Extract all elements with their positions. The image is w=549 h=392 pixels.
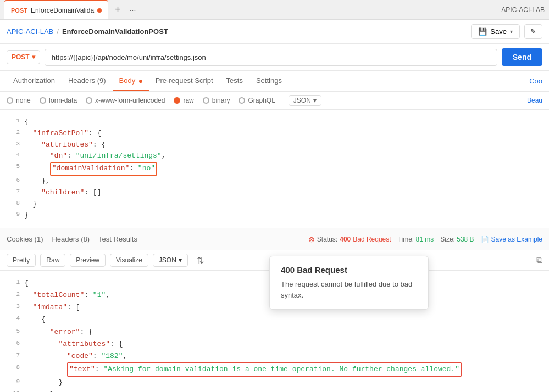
send-button[interactable]: Send [502,48,542,66]
tab-tests-label: Tests [226,76,243,85]
body-type-formdata-label: form-data [49,97,77,104]
method-label: POST [12,53,30,61]
radio-graphql [239,97,245,104]
resp-line-7: 7 "code": "182", [7,350,542,362]
tooltip-overlay: 400 Bad Request The request cannot be fu… [269,256,429,310]
tab-body[interactable]: Body [113,71,149,91]
code-line-7: 7 "children": [] [7,187,542,199]
edit-button[interactable]: ✎ [524,24,542,39]
save-label: Save [490,27,507,36]
body-type-raw-label: raw [183,97,193,104]
resp-line-9: 9 } [7,377,542,389]
resp-tab-cookies[interactable]: Cookies (1) [7,233,43,245]
body-type-binary[interactable]: binary [203,97,230,104]
save-button[interactable]: 💾 Save ▾ [471,24,520,39]
url-bar: POST ▾ Send [0,44,549,71]
time-info: Time: 81 ms [398,236,434,243]
tab-method-label: POST [11,7,27,14]
send-label: Send [513,53,531,61]
save-icon: 💾 [478,27,487,36]
pretty-btn[interactable]: Pretty [7,254,36,267]
tab-name: EnforceDomainValida [31,7,94,14]
body-type-urlencoded[interactable]: x-www-form-urlencoded [86,97,165,104]
code-line-5: 5 "domainValidation": "no" [7,162,542,176]
tab-tests[interactable]: Tests [220,71,249,91]
body-type-none-label: none [16,97,31,104]
method-dropdown[interactable]: POST ▾ [7,50,40,64]
radio-formdata [40,97,46,104]
resp-tab-headers[interactable]: Headers (8) [52,233,90,245]
radio-raw [174,97,180,104]
body-type-none[interactable]: none [7,97,31,104]
resp-line-4: 4 { [7,313,542,326]
response-tab-bar: Cookies (1) Headers (8) Test Results ⊗ S… [0,228,549,250]
request-body-editor[interactable]: 1 { 2 "infraSetPol": { 3 "attributes": {… [0,110,549,228]
radio-none [7,97,13,104]
radio-binary [203,97,209,104]
tab-headers-label: Headers (9) [68,76,106,85]
error-icon: ⊗ [308,235,315,244]
tab-settings-label: Settings [256,76,282,85]
tab-authorization[interactable]: Authorization [7,71,62,91]
filter-icon[interactable]: ⇅ [197,255,204,266]
code-line-1: 1 { [7,116,542,128]
radio-urlencoded [86,97,92,104]
size-value: 538 B [457,236,474,243]
preview-btn[interactable]: Preview [70,254,106,267]
visualize-btn[interactable]: Visualize [110,254,148,267]
active-tab[interactable]: POST EnforceDomainValida [4,0,108,19]
status-label: Status: [317,236,337,243]
body-type-urlencoded-label: x-www-form-urlencoded [95,97,165,104]
size-info: Size: 538 B [440,236,474,243]
plus-icon: + [115,4,121,15]
chevron-down-icon: ▾ [510,29,513,35]
tab-bar: POST EnforceDomainValida + ··· APIC-ACI-… [0,0,549,20]
beautify-label: Beau [527,97,542,104]
save-example-label: Save as Example [491,236,542,243]
tab-settings[interactable]: Settings [249,71,289,91]
error-text-highlight: "text": "Asking for domain validation is… [67,362,462,377]
response-json-dropdown[interactable]: JSON ▾ [153,254,188,267]
body-type-graphql[interactable]: GraphQL [239,97,275,104]
tab-body-label: Body [119,76,136,85]
resp-tab-test-results[interactable]: Test Results [98,233,137,245]
code-line-9: 9 } [7,210,542,221]
resp-line-6: 6 "attributes": { [7,338,542,350]
body-type-raw[interactable]: raw [174,97,193,104]
more-tabs-button[interactable]: ··· [127,5,138,14]
tab-unsaved-dot [97,8,102,13]
url-input[interactable] [45,49,497,66]
breadcrumb-separator: / [57,27,59,36]
status-code: 400 [340,236,351,243]
raw-btn[interactable]: Raw [40,254,65,267]
code-line-6: 6 }, [7,176,542,187]
copy-button[interactable]: ⧉ [536,255,542,265]
body-type-formdata[interactable]: form-data [40,97,77,104]
breadcrumb-workspace[interactable]: APIC-ACI-LAB [7,27,53,36]
response-status-area: ⊗ Status: 400 Bad Request Time: 81 ms Si… [308,235,542,244]
tab-prerequest[interactable]: Pre-request Script [149,71,220,91]
code-line-8: 8 } [7,199,542,210]
size-label: Size: [440,236,455,243]
tab-headers[interactable]: Headers (9) [62,71,113,91]
json-format-dropdown[interactable]: JSON ▾ [289,95,321,106]
new-tab-button[interactable]: + [110,0,125,19]
save-example-button[interactable]: 📄 Save as Example [481,236,542,243]
code-line-3: 3 "attributes": { [7,139,542,151]
tab-authorization-label: Authorization [13,76,55,85]
cookies-tab[interactable]: Coo [529,77,542,85]
resp-line-8: 8 "text": "Asking for domain validation … [7,362,542,377]
status-message: Bad Request [353,236,391,243]
tooltip-body: The request cannot be fulfilled due to b… [281,279,417,300]
save-example-icon: 📄 [481,236,489,243]
response-section: Cookies (1) Headers (8) Test Results ⊗ S… [0,228,549,392]
time-label: Time: [398,236,414,243]
body-type-binary-label: binary [212,97,230,104]
chevron-icon: ▾ [32,53,35,61]
workspace-label: APIC-ACI-LAB [501,6,545,14]
status-badge: ⊗ Status: 400 Bad Request [308,235,391,244]
tab-prerequest-label: Pre-request Script [156,76,213,85]
beautify-button[interactable]: Beau [527,97,542,104]
test-results-tab-label: Test Results [98,235,137,243]
code-line-4: 4 "dn": "uni/infra/settings", [7,150,542,162]
